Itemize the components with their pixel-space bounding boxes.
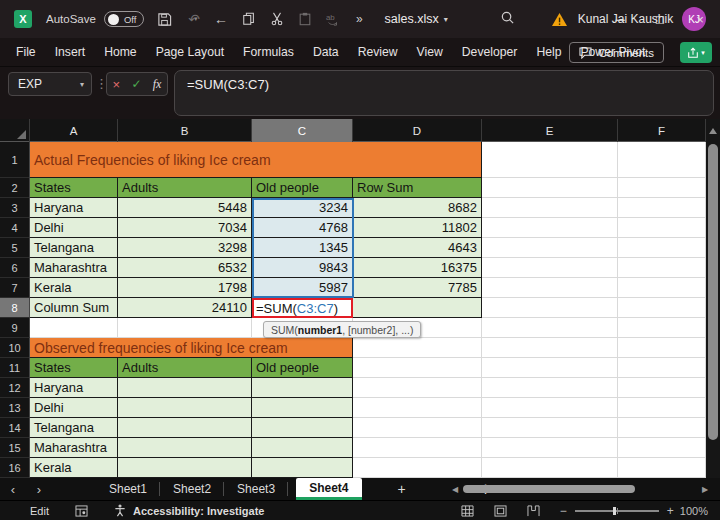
cell-D4[interactable]: 11802 xyxy=(353,218,482,238)
insert-function-button[interactable]: fx xyxy=(153,77,162,92)
cell-D2[interactable]: Row Sum xyxy=(353,178,482,198)
cancel-formula-button[interactable]: × xyxy=(113,77,121,92)
cell-E13[interactable] xyxy=(482,398,618,418)
cell-B4[interactable]: 7034 xyxy=(118,218,252,238)
maximize-button[interactable]: □ xyxy=(640,0,680,38)
autosave-toggle[interactable]: Off xyxy=(104,11,144,27)
cell-C2[interactable]: Old people xyxy=(252,178,353,198)
cell-D10[interactable] xyxy=(353,338,482,358)
accessibility-icon[interactable] xyxy=(114,504,126,517)
cell-E3[interactable] xyxy=(482,198,618,218)
add-sheet-button[interactable]: + xyxy=(398,481,406,497)
cell-E16[interactable] xyxy=(482,458,618,478)
cell-A2[interactable]: States xyxy=(30,178,118,198)
cell-A11[interactable]: States xyxy=(30,358,118,378)
row-header-9[interactable]: 9 xyxy=(0,318,30,338)
back-arrow-icon[interactable]: ← xyxy=(212,10,230,28)
vertical-scrollbar-thumb[interactable] xyxy=(708,144,718,440)
column-header-F[interactable]: F xyxy=(618,119,706,142)
cell-D11[interactable] xyxy=(353,358,482,378)
cell-A5[interactable]: Telangana xyxy=(30,238,118,258)
warning-icon[interactable] xyxy=(551,12,568,27)
cell-B9[interactable] xyxy=(118,318,252,338)
normal-view-icon[interactable] xyxy=(461,505,474,517)
paste-icon[interactable] xyxy=(296,10,314,28)
cell-F2[interactable] xyxy=(618,178,706,198)
row-header-1[interactable]: 1 xyxy=(0,142,30,178)
row-header-14[interactable]: 14 xyxy=(0,418,30,438)
zoom-slider-thumb[interactable] xyxy=(613,507,616,515)
tab-review[interactable]: Review xyxy=(356,42,400,62)
cell-A7[interactable]: Kerala xyxy=(30,278,118,298)
comments-button[interactable]: Comments xyxy=(569,42,664,63)
cell-B8[interactable]: 24110 xyxy=(118,298,252,318)
row-header-6[interactable]: 6 xyxy=(0,258,30,278)
cell-E11[interactable] xyxy=(482,358,618,378)
copy-icon[interactable] xyxy=(240,10,258,28)
qat-overflow-chevron[interactable]: » xyxy=(356,12,363,26)
column-header-D[interactable]: D xyxy=(353,119,482,142)
cell-A10[interactable]: Observed frequencies of liking Ice cream xyxy=(30,338,353,358)
tab-page-layout[interactable]: Page Layout xyxy=(154,42,226,62)
cell-F16[interactable] xyxy=(618,458,706,478)
cell-E4[interactable] xyxy=(482,218,618,238)
prev-sheet-button[interactable]: ‹ xyxy=(0,482,26,497)
cell-A12[interactable]: Haryana xyxy=(30,378,118,398)
cell-C13[interactable] xyxy=(252,398,353,418)
cell-B13[interactable] xyxy=(118,398,252,418)
cell-A13[interactable]: Delhi xyxy=(30,398,118,418)
cell-F1[interactable] xyxy=(618,142,706,178)
cell-F10[interactable] xyxy=(618,338,706,358)
enter-formula-button[interactable]: ✓ xyxy=(131,77,141,91)
cell-C11[interactable]: Old people xyxy=(252,358,353,378)
cell-F13[interactable] xyxy=(618,398,706,418)
row-header-12[interactable]: 12 xyxy=(0,378,30,398)
formula-input[interactable]: =SUM(C3:C7) xyxy=(174,70,714,116)
cell-F3[interactable] xyxy=(618,198,706,218)
horizontal-scroll-track[interactable] xyxy=(461,478,699,500)
tab-view[interactable]: View xyxy=(415,42,445,62)
cell-D15[interactable] xyxy=(353,438,482,458)
cell-C5[interactable]: 1345 xyxy=(252,238,353,258)
cell-F4[interactable] xyxy=(618,218,706,238)
cell-A14[interactable]: Telangana xyxy=(30,418,118,438)
column-header-E[interactable]: E xyxy=(482,119,618,142)
cell-E14[interactable] xyxy=(482,418,618,438)
cell-D16[interactable] xyxy=(353,458,482,478)
cell-D14[interactable] xyxy=(353,418,482,438)
cell-E7[interactable] xyxy=(482,278,618,298)
next-sheet-button[interactable]: › xyxy=(26,482,52,497)
cell-B3[interactable]: 5448 xyxy=(118,198,252,218)
cell-A15[interactable]: Maharashtra xyxy=(30,438,118,458)
cell-F12[interactable] xyxy=(618,378,706,398)
cell-B2[interactable]: Adults xyxy=(118,178,252,198)
formula-edit-cell[interactable]: =SUM(C3:C7) xyxy=(252,298,353,318)
scroll-up-button[interactable] xyxy=(706,119,720,142)
cell-D13[interactable] xyxy=(353,398,482,418)
macro-record-icon[interactable] xyxy=(75,505,88,517)
row-header-16[interactable]: 16 xyxy=(0,458,30,478)
cell-C4[interactable]: 4768 xyxy=(252,218,353,238)
cell-E2[interactable] xyxy=(482,178,618,198)
cell-B16[interactable] xyxy=(118,458,252,478)
cell-C14[interactable] xyxy=(252,418,353,438)
save-icon[interactable] xyxy=(156,10,174,28)
minimize-button[interactable]: ─ xyxy=(600,0,640,38)
cell-F6[interactable] xyxy=(618,258,706,278)
row-header-4[interactable]: 4 xyxy=(0,218,30,238)
zoom-in-button[interactable]: + xyxy=(667,504,674,518)
cell-B11[interactable]: Adults xyxy=(118,358,252,378)
cell-B14[interactable] xyxy=(118,418,252,438)
cell-D12[interactable] xyxy=(353,378,482,398)
cell-B7[interactable]: 1798 xyxy=(118,278,252,298)
page-break-view-icon[interactable] xyxy=(527,505,540,517)
cell-D6[interactable]: 16375 xyxy=(353,258,482,278)
row-header-13[interactable]: 13 xyxy=(0,398,30,418)
cell-B12[interactable] xyxy=(118,378,252,398)
document-title[interactable]: sales.xlsx ▾ xyxy=(385,12,448,26)
sheet-tab-sheet1[interactable]: Sheet1 xyxy=(96,478,160,500)
horizontal-scrollbar[interactable]: ◀ ▶ xyxy=(449,478,711,500)
column-header-C[interactable]: C xyxy=(252,119,353,142)
cell-F7[interactable] xyxy=(618,278,706,298)
row-header-5[interactable]: 5 xyxy=(0,238,30,258)
